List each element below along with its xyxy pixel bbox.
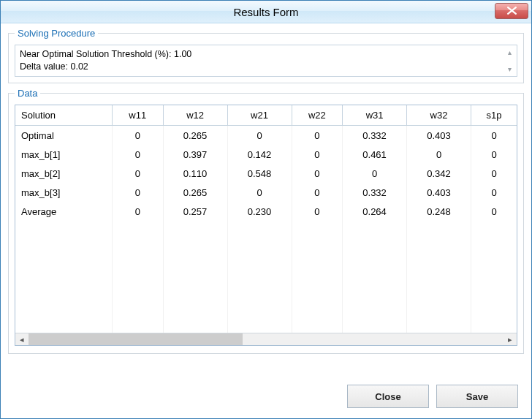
table-cell: 0.230 — [227, 202, 292, 221]
table-cell — [292, 259, 343, 278]
table-cell — [227, 221, 292, 240]
table-cell — [15, 297, 113, 316]
solving-scroll: ▴ ▾ — [504, 47, 515, 75]
table-cell — [163, 259, 227, 278]
table-cell — [343, 259, 407, 278]
data-group: Data Solutionw11w12w21w22w31w32s1p Optim… — [8, 88, 524, 354]
table-row[interactable]: Optimal00.265000.3320.4030 — [15, 126, 517, 146]
table-cell: 0.403 — [407, 183, 471, 202]
table-cell — [292, 297, 343, 316]
table-cell — [113, 240, 164, 259]
table-header-cell[interactable]: w32 — [407, 105, 471, 126]
table-cell: 0 — [113, 145, 164, 164]
table-cell — [343, 278, 407, 297]
table-header-cell[interactable]: w12 — [163, 105, 227, 126]
table-cell: 0 — [292, 183, 343, 202]
table-cell — [227, 316, 292, 333]
window-close-button[interactable] — [495, 3, 528, 19]
table-cell: Optimal — [15, 126, 113, 146]
table-header-cell[interactable]: w11 — [113, 105, 164, 126]
table-header-row: Solutionw11w12w21w22w31w32s1p — [15, 105, 517, 126]
data-table-container: Solutionw11w12w21w22w31w32s1p Optimal00.… — [15, 105, 517, 346]
table-cell — [227, 259, 292, 278]
table-row[interactable]: max_b[1]00.3970.14200.46100 — [15, 145, 517, 164]
table-cell — [407, 259, 471, 278]
window-title: Results Form — [233, 6, 298, 18]
solving-line-1: Near Optimal Solution Threshold (%): 1.0… — [20, 48, 502, 61]
table-cell — [227, 297, 292, 316]
table-row — [15, 221, 517, 240]
table-cell: Average — [15, 202, 113, 221]
table-cell: 0 — [113, 164, 164, 183]
table-row — [15, 278, 517, 297]
table-cell — [15, 316, 113, 333]
table-cell: 0.332 — [343, 183, 407, 202]
scroll-up-icon[interactable]: ▴ — [504, 47, 515, 58]
scrollbar-track[interactable] — [28, 333, 503, 345]
table-cell: 0 — [292, 145, 343, 164]
table-cell — [15, 259, 113, 278]
table-cell: 0.257 — [163, 202, 227, 221]
table-header-cell[interactable]: w21 — [227, 105, 292, 126]
table-cell: 0 — [227, 183, 292, 202]
table-header-cell[interactable]: s1p — [471, 105, 517, 126]
table-cell — [407, 297, 471, 316]
scrollbar-thumb[interactable] — [28, 333, 243, 345]
dialog-buttons: Close Save — [347, 385, 518, 408]
table-cell: 0.264 — [343, 202, 407, 221]
scroll-down-icon[interactable]: ▾ — [504, 64, 515, 75]
table-cell: 0 — [113, 202, 164, 221]
horizontal-scrollbar[interactable]: ◂ ▸ — [15, 333, 517, 345]
table-cell — [343, 221, 407, 240]
save-button[interactable]: Save — [436, 385, 518, 408]
table-cell — [471, 297, 517, 316]
table-cell: 0.548 — [227, 164, 292, 183]
table-cell: 0.332 — [343, 126, 407, 146]
close-button[interactable]: Close — [347, 385, 429, 408]
table-cell: 0 — [113, 183, 164, 202]
table-cell: 0 — [292, 202, 343, 221]
table-cell — [292, 240, 343, 259]
table-cell — [163, 240, 227, 259]
table-cell — [163, 316, 227, 333]
table-row[interactable]: Average00.2570.23000.2640.2480 — [15, 202, 517, 221]
table-row — [15, 316, 517, 333]
table-cell — [113, 221, 164, 240]
table-cell: 0.110 — [163, 164, 227, 183]
table-row[interactable]: max_b[2]00.1100.548000.3420 — [15, 164, 517, 183]
table-cell: 0 — [113, 126, 164, 146]
table-cell — [407, 316, 471, 333]
table-cell — [343, 316, 407, 333]
scroll-right-icon[interactable]: ▸ — [503, 333, 517, 345]
table-cell: 0 — [471, 126, 517, 146]
table-cell — [113, 278, 164, 297]
table-cell — [471, 278, 517, 297]
table-header-cell[interactable]: w31 — [343, 105, 407, 126]
scroll-left-icon[interactable]: ◂ — [15, 333, 28, 345]
data-table: Solutionw11w12w21w22w31w32s1p Optimal00.… — [15, 105, 517, 333]
data-table-scroll[interactable]: Solutionw11w12w21w22w31w32s1p Optimal00.… — [15, 105, 517, 333]
table-header-cell[interactable]: Solution — [15, 105, 113, 126]
table-cell — [113, 316, 164, 333]
table-cell — [163, 297, 227, 316]
table-cell: 0.265 — [163, 126, 227, 146]
table-cell: 0 — [227, 126, 292, 146]
table-cell: 0 — [292, 164, 343, 183]
table-header-cell[interactable]: w22 — [292, 105, 343, 126]
table-cell: 0.265 — [163, 183, 227, 202]
solving-procedure-box: Near Optimal Solution Threshold (%): 1.0… — [15, 45, 517, 77]
table-cell: 0 — [471, 164, 517, 183]
table-cell — [343, 240, 407, 259]
table-cell — [407, 221, 471, 240]
table-cell — [407, 240, 471, 259]
table-cell — [292, 221, 343, 240]
table-cell: 0 — [471, 183, 517, 202]
table-cell — [15, 240, 113, 259]
table-row[interactable]: max_b[3]00.265000.3320.4030 — [15, 183, 517, 202]
table-cell: 0 — [471, 202, 517, 221]
table-cell — [227, 240, 292, 259]
table-cell — [471, 240, 517, 259]
table-cell — [227, 278, 292, 297]
table-cell: 0.342 — [407, 164, 471, 183]
table-cell — [471, 316, 517, 333]
